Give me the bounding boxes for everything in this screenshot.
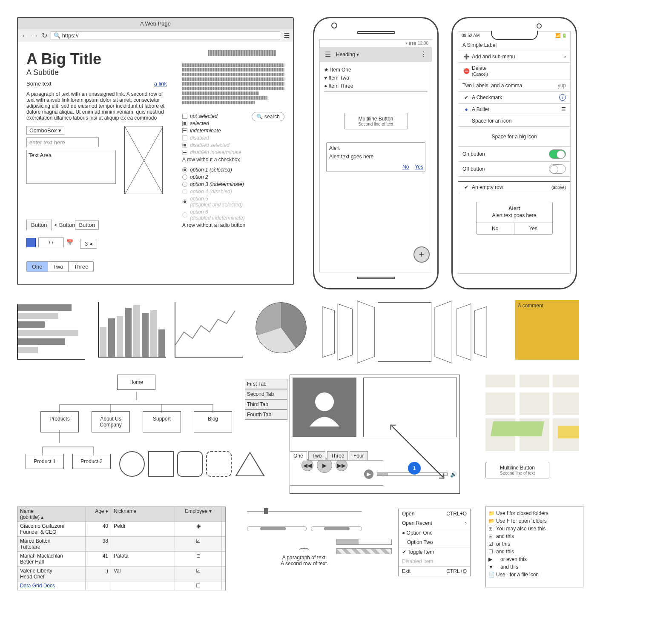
date-input[interactable]: / / — [38, 238, 64, 247]
video-placeholder[interactable] — [363, 378, 457, 437]
vtab-3[interactable]: Third Tab — [245, 399, 287, 409]
node-product2[interactable]: Product 2 — [72, 454, 111, 469]
forward-icon[interactable]: → — [30, 32, 40, 40]
node-home[interactable]: Home — [117, 375, 155, 390]
table-row[interactable]: Valerie Liberty Head Chef:)Val☑ — [17, 566, 225, 581]
htab-2[interactable]: Two — [308, 451, 325, 461]
segmented-control[interactable]: One Two Three — [26, 261, 94, 272]
multiline-button-2[interactable]: Multiline ButtonSecond line of text — [485, 462, 549, 478]
tree-item[interactable]: ▶or even this — [488, 555, 580, 563]
list-item[interactable]: ♥ Item Two — [324, 75, 428, 81]
back-icon[interactable]: ← — [20, 32, 30, 40]
htab-3[interactable]: Three — [327, 451, 348, 461]
radio-selected[interactable]: option 1 (selected) — [182, 167, 284, 173]
menu-open[interactable]: OpenCTRL+O — [399, 509, 470, 518]
grid-docs-link[interactable]: Data Grid Docs — [17, 581, 86, 590]
checkmark-row[interactable]: ✔A Checkmark› — [458, 92, 570, 104]
col-nickname[interactable]: Nickname — [111, 507, 175, 521]
tree-item[interactable]: ☑or this — [488, 540, 580, 548]
toggle-on[interactable] — [549, 149, 566, 159]
fab-add[interactable]: + — [413, 246, 430, 263]
a-link[interactable]: a link — [154, 80, 167, 87]
radio-2[interactable]: option 2 — [182, 174, 284, 180]
table-row[interactable]: Giacomo Guilizzoni Founder & CEO40Peldi◉ — [17, 521, 225, 536]
menu-o2[interactable]: Option Two — [399, 538, 470, 547]
checkbox-selected[interactable]: selected — [182, 120, 241, 126]
number-stepper[interactable]: 3 ◂ — [80, 239, 97, 249]
menu-recent[interactable]: Open Recent› — [399, 518, 470, 528]
home-bar[interactable] — [357, 277, 395, 279]
tree-item[interactable]: 📁Use f for closed folders — [488, 509, 580, 517]
vtab-4[interactable]: Fourth Tab — [245, 409, 287, 420]
toggle-off[interactable] — [549, 164, 566, 174]
chevron-right-icon[interactable]: › — [559, 94, 566, 101]
volume-icon[interactable]: 🔊 — [450, 471, 457, 478]
col-name[interactable]: Name (job title) ▴ — [17, 507, 86, 521]
add-submenu[interactable]: ➕Add and sub-menu› — [458, 51, 570, 63]
tree-item[interactable]: 📄Use - for a file icon — [488, 571, 580, 578]
menu-o1[interactable]: ● Option One — [399, 528, 470, 538]
search-input[interactable]: 🔍 search — [252, 112, 284, 121]
delete-row[interactable]: ⛔Delete(Cancel) — [458, 63, 570, 80]
address-bar[interactable]: 🔍 https:// — [51, 31, 280, 40]
multiline-button[interactable]: Multiline ButtonSecond line of text — [344, 113, 408, 129]
scrollbar-h-2[interactable] — [311, 526, 362, 531]
on-row[interactable]: On button — [458, 147, 570, 162]
list-item[interactable]: ★ Item One — [324, 67, 428, 73]
list-item[interactable]: ● Item Three — [324, 83, 428, 89]
textarea[interactable]: Text Area — [26, 150, 116, 184]
more-icon[interactable]: ⋮ — [418, 50, 428, 58]
tag-button[interactable]: Button — [75, 220, 99, 230]
radio-indeterminate[interactable]: option 3 (indeterminate) — [182, 181, 284, 187]
coverflow[interactable] — [319, 298, 490, 366]
node-product1[interactable]: Product 1 — [26, 454, 64, 469]
node-support[interactable]: Support — [143, 411, 181, 432]
back-button[interactable]: < Button — [55, 222, 75, 228]
calendar-icon[interactable]: 📅 — [66, 239, 73, 246]
vtab-2[interactable]: Second Tab — [245, 389, 287, 399]
bullet-row[interactable]: ●A Bullet☰ — [458, 104, 570, 115]
sticky-note[interactable]: A comment — [515, 300, 579, 360]
off-row[interactable]: Off button — [458, 162, 570, 177]
alert-yes[interactable]: Yes — [415, 164, 423, 170]
text-input[interactable]: enter text here — [26, 137, 99, 147]
slider-thumb[interactable] — [264, 508, 268, 514]
radio-disabled-selected: option 5 (disabled and selected) — [182, 196, 284, 208]
node-products[interactable]: Products — [40, 411, 79, 432]
col-employee[interactable]: Employee ▾ — [175, 507, 222, 521]
checkbox-not-selected[interactable]: not selected — [182, 113, 241, 119]
table-row[interactable]: Mariah Maclachlan Better Half41Patata⊟ — [17, 551, 225, 566]
button-plain[interactable]: Button — [26, 220, 52, 230]
node-about[interactable]: About Us Company — [92, 411, 130, 432]
htab-1[interactable]: One — [290, 451, 307, 461]
node-blog[interactable]: Blog — [194, 411, 232, 432]
alert-no[interactable]: No — [477, 223, 515, 234]
alert-yes[interactable]: Yes — [514, 223, 552, 234]
vtab-1[interactable]: First Tab — [245, 379, 287, 389]
tree-item[interactable]: ⊞You may also use this — [488, 525, 580, 532]
tree-item[interactable]: ⊟and this — [488, 532, 580, 540]
vertical-tabs: First Tab Second Tab Third Tab Fourth Ta… — [245, 379, 287, 420]
table-row[interactable]: Marco Botton Tuttofare38☑ — [17, 536, 225, 551]
tree-item[interactable]: ▼and this — [488, 563, 580, 571]
checkbox-indeterminate[interactable]: indeterminate — [182, 128, 241, 134]
seg-one[interactable]: One — [27, 262, 48, 272]
tree-item[interactable]: ☐and this — [488, 548, 580, 555]
menu-toggle[interactable]: ✔ Toggle Item — [399, 547, 470, 557]
combobox[interactable]: ComboBox ▾ — [26, 126, 64, 135]
color-swatch[interactable] — [26, 238, 36, 247]
slider[interactable] — [247, 511, 362, 512]
menu-exit[interactable]: ExitCTRL+Q — [399, 567, 470, 576]
alert-no[interactable]: No — [402, 164, 409, 170]
seg-two[interactable]: Two — [48, 262, 69, 272]
reload-icon[interactable]: ↻ — [40, 31, 49, 40]
hamburger-icon[interactable]: ☰ — [561, 106, 566, 112]
map[interactable] — [485, 375, 579, 451]
col-age[interactable]: Age ♦ — [86, 507, 111, 521]
scrollbar-h[interactable] — [247, 526, 307, 531]
seg-three[interactable]: Three — [69, 262, 93, 272]
tree-item[interactable]: 📂Use F for open folders — [488, 517, 580, 525]
htab-4[interactable]: Four — [350, 451, 368, 461]
hamburger-icon[interactable]: ☰ — [323, 50, 333, 58]
hamburger-icon[interactable]: ☰ — [282, 31, 291, 40]
